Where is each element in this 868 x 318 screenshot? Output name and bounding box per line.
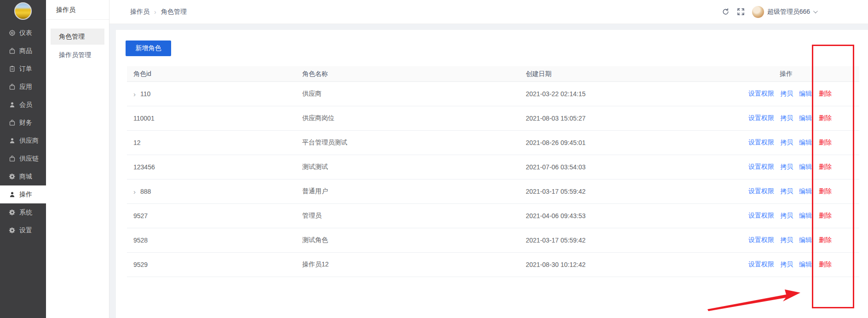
gauge-icon [9,29,16,36]
copy-link[interactable]: 拷贝 [780,212,793,219]
sidebar-item[interactable]: 设置 [0,221,46,239]
edit-link[interactable]: 编辑 [799,212,812,219]
gear-icon [9,173,16,180]
edit-link[interactable]: 编辑 [799,236,812,243]
role-id-cell: 110001 [127,115,296,122]
submenu-item-role-management[interactable]: 角色管理 [51,29,104,45]
actions-cell: 设置权限拷贝编辑删除 [708,236,859,244]
sidebar-item-label: 仪表 [19,29,32,37]
created-date-cell: 2021-04-06 09:43:53 [519,212,708,220]
role-name-cell: 普通用户 [296,187,519,196]
table-row: 12平台管理员测试2021-08-26 09:45:01设置权限拷贝编辑删除 [127,131,859,155]
breadcrumb-separator: › [154,8,156,16]
delete-link[interactable]: 删除 [819,212,832,219]
edit-link[interactable]: 编辑 [799,260,812,268]
gear-icon [9,209,16,216]
add-role-button[interactable]: 新增角色 [126,40,171,56]
sidebar-item[interactable]: 订单 [0,60,46,78]
breadcrumb-item-current: 角色管理 [161,8,187,16]
user-icon [9,191,16,198]
delete-link[interactable]: 删除 [819,163,832,170]
delete-link[interactable]: 删除 [819,260,832,268]
role-id: 110001 [133,115,155,122]
actions-cell: 设置权限拷贝编辑删除 [708,139,859,147]
column-header: 角色id [127,70,296,78]
copy-link[interactable]: 拷贝 [780,236,793,243]
edit-link[interactable]: 编辑 [799,187,812,195]
edit-link[interactable]: 编辑 [799,163,812,170]
sidebar-item[interactable]: 仪表 [0,24,46,42]
delete-link[interactable]: 删除 [819,90,832,97]
copy-link[interactable]: 拷贝 [780,260,793,268]
sidebar-item[interactable]: 操作 [0,185,46,203]
expand-chevron-icon[interactable]: › [133,188,136,195]
roles-table: 角色id角色名称创建日期操作 ›110供应商2021-03-22 02:14:1… [127,66,859,277]
copy-link[interactable]: 拷贝 [780,187,793,195]
set-permissions-link[interactable]: 设置权限 [748,114,774,121]
clipboard-icon [9,65,16,72]
sidebar-item[interactable]: 系统 [0,203,46,221]
set-permissions-link[interactable]: 设置权限 [748,236,774,243]
set-permissions-link[interactable]: 设置权限 [748,90,774,97]
role-name-cell: 供应商 [296,90,519,98]
copy-link[interactable]: 拷贝 [780,90,793,97]
copy-link[interactable]: 拷贝 [780,139,793,146]
sidebar-item-label: 订单 [19,65,32,73]
set-permissions-link[interactable]: 设置权限 [748,212,774,219]
user-menu[interactable]: 超级管理员666 [752,6,816,18]
user-icon [9,101,16,108]
bag-icon [9,47,16,54]
role-id: 9529 [133,261,148,268]
content-card: 新增角色 角色id角色名称创建日期操作 ›110供应商2021-03-22 02… [116,30,868,318]
submenu-list: 角色管理操作员管理 [46,20,109,63]
fullscreen-icon[interactable] [737,8,745,16]
tulips-logo-icon[interactable] [14,2,32,20]
created-date-cell: 2021-03-17 05:59:42 [519,237,708,244]
sidebar-item[interactable]: 商品 [0,42,46,60]
sidebar-item-label: 财务 [19,119,32,127]
set-permissions-link[interactable]: 设置权限 [748,163,774,170]
set-permissions-link[interactable]: 设置权限 [748,187,774,195]
main-area: 操作员 › 角色管理 [109,0,868,318]
expand-chevron-icon[interactable]: › [133,91,136,98]
topbar-right: 超级管理员666 [722,6,816,18]
refresh-icon[interactable] [722,8,730,16]
user-avatar[interactable] [752,6,764,18]
created-date-cell: 2021-07-06 03:54:03 [519,163,708,171]
screen: 仪表商品订单应用会员财务供应商供应链商城操作系统设置 操作员 角色管理操作员管理… [0,0,868,318]
sidebar-item-label: 应用 [19,83,32,91]
delete-link[interactable]: 删除 [819,139,832,146]
submenu-item-operator-management[interactable]: 操作员管理 [51,47,104,63]
set-permissions-link[interactable]: 设置权限 [748,260,774,268]
sidebar-item[interactable]: 商城 [0,168,46,185]
sidebar-item[interactable]: 会员 [0,96,46,114]
sidebar-item[interactable]: 财务 [0,114,46,132]
sidebar-item[interactable]: 应用 [0,78,46,96]
set-permissions-link[interactable]: 设置权限 [748,139,774,146]
sidebar-item[interactable]: 供应链 [0,150,46,168]
breadcrumb-item[interactable]: 操作员 [130,8,149,16]
copy-link[interactable]: 拷贝 [780,163,793,170]
primary-nav: 仪表商品订单应用会员财务供应商供应链商城操作系统设置 [0,24,46,239]
sidebar-item[interactable]: 供应商 [0,132,46,150]
role-name-cell: 管理员 [296,212,519,220]
delete-link[interactable]: 删除 [819,187,832,195]
role-id-cell: 9528 [127,237,296,244]
table-row: 9527管理员2021-04-06 09:43:53设置权限拷贝编辑删除 [127,204,859,228]
actions-cell: 设置权限拷贝编辑删除 [708,90,859,98]
created-date-cell: 2021-08-30 10:12:42 [519,261,708,268]
delete-link[interactable]: 删除 [819,236,832,243]
role-id-cell: 123456 [127,163,296,171]
edit-link[interactable]: 编辑 [799,90,812,97]
sidebar-item-label: 系统 [19,208,32,217]
edit-link[interactable]: 编辑 [799,114,812,121]
actions-cell: 设置权限拷贝编辑删除 [708,114,859,122]
table-header-row: 角色id角色名称创建日期操作 [127,66,859,82]
delete-link[interactable]: 删除 [819,114,832,121]
breadcrumb: 操作员 › 角色管理 [130,8,187,16]
copy-link[interactable]: 拷贝 [780,114,793,121]
role-id: 9528 [133,237,148,244]
sidebar-item-label: 设置 [19,226,32,235]
edit-link[interactable]: 编辑 [799,139,812,146]
role-name-cell: 测试角色 [296,236,519,244]
